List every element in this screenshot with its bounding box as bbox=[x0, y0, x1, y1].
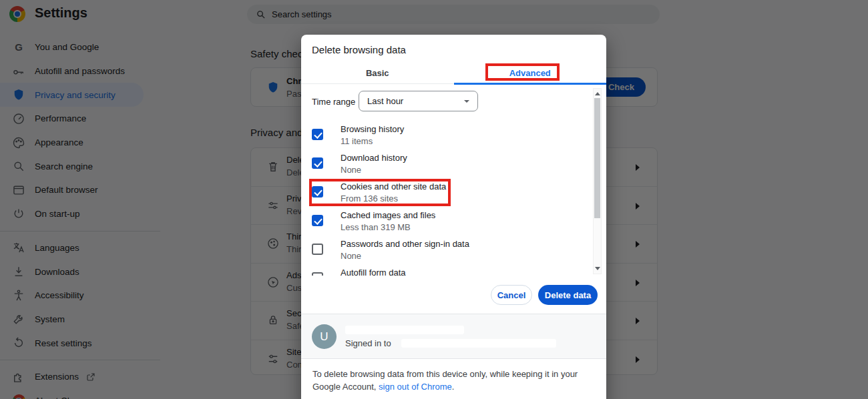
time-range-label: Time range bbox=[312, 97, 355, 107]
item-download-history: Download history None bbox=[301, 149, 606, 177]
dialog-title: Delete browsing data bbox=[312, 44, 406, 55]
checkbox-cached-images-files[interactable] bbox=[312, 215, 323, 226]
item-title: Download history bbox=[341, 153, 407, 163]
item-passwords-signin: Passwords and other sign-in data None bbox=[301, 235, 606, 264]
scrollbar-thumb[interactable] bbox=[594, 98, 600, 218]
cancel-button[interactable]: Cancel bbox=[491, 285, 532, 305]
checkbox-download-history[interactable] bbox=[312, 157, 323, 169]
item-subtitle: 11 items bbox=[341, 136, 373, 146]
item-subtitle: None bbox=[341, 251, 361, 261]
item-browsing-history: Browsing history 11 items bbox=[301, 120, 606, 149]
item-title: Browsing history bbox=[341, 124, 404, 134]
checkbox-passwords-signin[interactable] bbox=[312, 244, 323, 255]
sign-out-link[interactable]: sign out of Chrome bbox=[379, 382, 452, 392]
item-title: Cached images and files bbox=[341, 210, 435, 220]
signed-in-account-row: U Signed in to bbox=[301, 314, 606, 358]
footer-text-end: . bbox=[452, 382, 455, 392]
avatar: U bbox=[312, 324, 337, 349]
annotation-box-advanced-tab bbox=[485, 63, 560, 81]
dialog-tabs: Basic Advanced bbox=[301, 63, 606, 84]
annotation-box-cookies-item bbox=[309, 179, 451, 206]
time-range-select[interactable]: Last hour bbox=[359, 91, 478, 111]
dialog-scrollbar[interactable] bbox=[593, 88, 602, 274]
redacted-account-name bbox=[345, 326, 464, 334]
time-range-value: Last hour bbox=[367, 96, 403, 106]
checkbox-browsing-history[interactable] bbox=[312, 129, 323, 140]
scrollbar-down-arrow-icon[interactable] bbox=[595, 267, 600, 270]
item-subtitle: Less than 319 MB bbox=[341, 222, 411, 232]
tab-basic[interactable]: Basic bbox=[301, 63, 454, 83]
dialog-footer-note: To delete browsing data from this device… bbox=[301, 358, 606, 399]
signed-in-text: Signed in to bbox=[345, 338, 391, 348]
chrome-settings-page: Settings G You and Google Autofill and p… bbox=[0, 0, 868, 399]
item-autofill-form-data: Autofill form data bbox=[301, 264, 606, 276]
item-cached-images-files: Cached images and files Less than 319 MB bbox=[301, 206, 606, 235]
item-subtitle: None bbox=[341, 165, 361, 175]
delete-data-button[interactable]: Delete data bbox=[538, 285, 598, 305]
item-title: Passwords and other sign-in data bbox=[341, 239, 469, 249]
dialog-actions: Cancel Delete data bbox=[301, 276, 606, 314]
scrollbar-up-arrow-icon[interactable] bbox=[595, 92, 600, 95]
redacted-account-detail bbox=[401, 339, 556, 348]
delete-browsing-data-dialog: Delete browsing data Basic Advanced Time… bbox=[301, 35, 606, 399]
dropdown-caret-icon bbox=[464, 100, 469, 103]
